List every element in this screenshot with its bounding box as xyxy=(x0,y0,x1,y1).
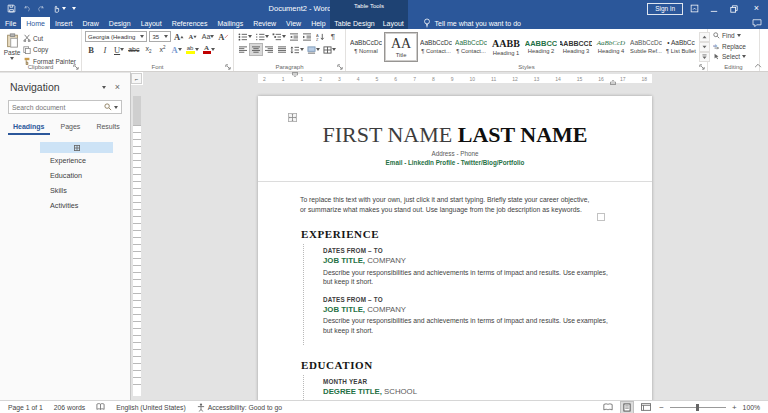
tab-home[interactable]: Home xyxy=(21,17,50,29)
styles-dialog-launcher-icon[interactable] xyxy=(699,64,705,70)
resume-summary[interactable]: To replace this text with your own, just… xyxy=(300,195,594,214)
font-name-combo[interactable]: Georgia (Heading xyxy=(85,31,147,42)
align-left-button[interactable] xyxy=(237,44,249,55)
sort-button[interactable]: AZ xyxy=(314,31,326,42)
clipboard-dialog-launcher-icon[interactable] xyxy=(73,64,79,70)
tab-draw[interactable]: Draw xyxy=(77,17,103,29)
nav-tab-results[interactable]: Results xyxy=(91,121,124,135)
tab-table-layout[interactable]: Layout xyxy=(380,20,407,27)
resume-name-title[interactable]: FIRST NAME LAST NAME xyxy=(258,123,652,147)
nav-heading-selected[interactable] xyxy=(40,142,113,153)
numbering-button[interactable] xyxy=(254,31,270,42)
style-heading-2[interactable]: AABBCCHeading 2 xyxy=(524,32,558,62)
experience-entry[interactable]: DATES FROM – TO JOB TITLE, COMPANY Descr… xyxy=(323,247,652,287)
word-count[interactable]: 206 words xyxy=(54,404,85,411)
superscript-button[interactable]: x2 xyxy=(156,44,168,55)
ribbon-display-options-icon[interactable] xyxy=(690,4,703,13)
increase-indent-button[interactable] xyxy=(301,31,313,42)
line-spacing-button[interactable] xyxy=(289,44,305,55)
nav-heading-skills[interactable]: Skills xyxy=(0,183,130,198)
qat-more-icon[interactable] xyxy=(72,7,76,10)
shrink-font-button[interactable]: A xyxy=(187,31,199,42)
highlight-color-button[interactable]: ab xyxy=(185,44,200,55)
zoom-slider[interactable] xyxy=(670,407,726,408)
zoom-slider-thumb[interactable] xyxy=(696,404,699,411)
tab-view[interactable]: View xyxy=(281,17,306,29)
tab-layout[interactable]: Layout xyxy=(136,17,167,29)
zoom-out-icon[interactable]: − xyxy=(659,403,664,412)
multilevel-list-button[interactable] xyxy=(271,31,287,42)
resume-links-line[interactable]: Email - LinkedIn Profile - Twitter/Blog/… xyxy=(258,159,652,166)
tab-insert[interactable]: Insert xyxy=(50,17,78,29)
paste-button[interactable]: Paste xyxy=(3,31,21,62)
tell-me-box[interactable]: Tell me what you want to do xyxy=(419,17,525,29)
nav-heading-experience[interactable]: Experience xyxy=(0,153,130,168)
borders-button[interactable] xyxy=(322,44,337,55)
touch-mode-icon[interactable] xyxy=(52,4,66,13)
search-input[interactable] xyxy=(12,104,102,111)
tab-table-design[interactable]: Table Design xyxy=(331,20,377,27)
tab-references[interactable]: References xyxy=(167,17,213,29)
tab-file[interactable]: File xyxy=(0,17,21,29)
tab-review[interactable]: Review xyxy=(248,17,281,29)
replace-button[interactable]: abReplace xyxy=(711,42,756,51)
entry-job-title[interactable]: JOB TITLE, xyxy=(323,256,365,265)
close-icon[interactable]: × xyxy=(750,4,763,13)
nav-tab-pages[interactable]: Pages xyxy=(56,121,86,135)
navigation-options-caret-icon[interactable] xyxy=(102,86,106,89)
justify-button[interactable] xyxy=(276,44,288,55)
web-layout-icon[interactable] xyxy=(639,402,653,412)
style-normal[interactable]: AaBbCcDc¶ Normal xyxy=(349,32,383,62)
style-subtle-reference[interactable]: AaBbCcDcSubtle Ref... xyxy=(629,32,663,62)
nav-heading-activities[interactable]: Activities xyxy=(0,198,130,213)
search-icon[interactable] xyxy=(104,103,112,111)
tab-stop-selector[interactable]: ⌐ xyxy=(131,73,142,84)
experience-entry[interactable]: DATES FROM – TO JOB TITLE, COMPANY Descr… xyxy=(323,296,652,336)
tab-design[interactable]: Design xyxy=(104,17,136,29)
page-indicator[interactable]: Page 1 of 1 xyxy=(8,404,43,411)
underline-button[interactable]: U xyxy=(113,44,125,55)
italic-button[interactable]: I xyxy=(99,44,111,55)
proofing-icon[interactable] xyxy=(96,403,105,411)
sign-in-button[interactable]: Sign in xyxy=(647,3,683,15)
decrease-indent-button[interactable] xyxy=(288,31,300,42)
collapse-ribbon-icon[interactable] xyxy=(754,63,762,68)
style-title[interactable]: AATitle xyxy=(384,32,418,62)
restore-icon[interactable] xyxy=(730,5,743,13)
bullets-button[interactable] xyxy=(237,31,253,42)
experience-heading[interactable]: EXPERIENCE xyxy=(301,228,652,240)
zoom-in-icon[interactable]: + xyxy=(732,403,737,412)
font-size-combo[interactable]: 35 xyxy=(149,31,171,42)
resume-last-name[interactable]: LAST NAME xyxy=(458,122,588,147)
resume-address-phone[interactable]: Address - Phone xyxy=(258,150,652,157)
undo-icon[interactable] xyxy=(22,4,31,13)
entry-dates[interactable]: DATES FROM – TO xyxy=(323,247,652,254)
table-move-handle-icon[interactable] xyxy=(288,113,297,122)
cut-button[interactable]: Cut xyxy=(21,33,78,43)
entry-dates[interactable]: MONTH YEAR xyxy=(323,378,652,385)
show-hide-pilcrow-button[interactable]: ¶ xyxy=(327,31,339,42)
entry-degree-title[interactable]: DEGREE TITLE, xyxy=(323,387,382,396)
style-heading-3[interactable]: AABBCCDHeading 3 xyxy=(559,32,593,62)
horizontal-ruler[interactable]: 21123456789101112131415161718 xyxy=(258,74,652,83)
shading-button[interactable] xyxy=(306,44,321,55)
minimize-icon[interactable] xyxy=(710,5,723,13)
save-icon[interactable] xyxy=(7,4,16,13)
search-options-caret-icon[interactable] xyxy=(114,106,118,109)
entry-company[interactable]: COMPANY xyxy=(365,305,406,314)
style-heading-4[interactable]: AaBbCcDHeading 4 xyxy=(594,32,628,62)
change-case-button[interactable]: Aa xyxy=(201,31,215,42)
entry-description[interactable]: Describe your responsibilities and achie… xyxy=(323,268,615,287)
entry-school[interactable]: SCHOOL xyxy=(382,387,417,396)
style-heading-1[interactable]: AABBHeading 1 xyxy=(489,32,523,62)
align-right-button[interactable] xyxy=(263,44,275,55)
navigation-close-icon[interactable]: × xyxy=(115,83,120,92)
select-button[interactable]: Select xyxy=(711,52,756,61)
search-box[interactable] xyxy=(8,100,122,114)
comment-icon[interactable] xyxy=(752,19,762,27)
grow-font-button[interactable]: A xyxy=(173,31,185,42)
entry-dates[interactable]: DATES FROM – TO xyxy=(323,296,652,303)
subscript-button[interactable]: x2 xyxy=(142,44,154,55)
entry-job-title[interactable]: JOB TITLE, xyxy=(323,305,365,314)
find-button[interactable]: Find xyxy=(711,31,756,40)
